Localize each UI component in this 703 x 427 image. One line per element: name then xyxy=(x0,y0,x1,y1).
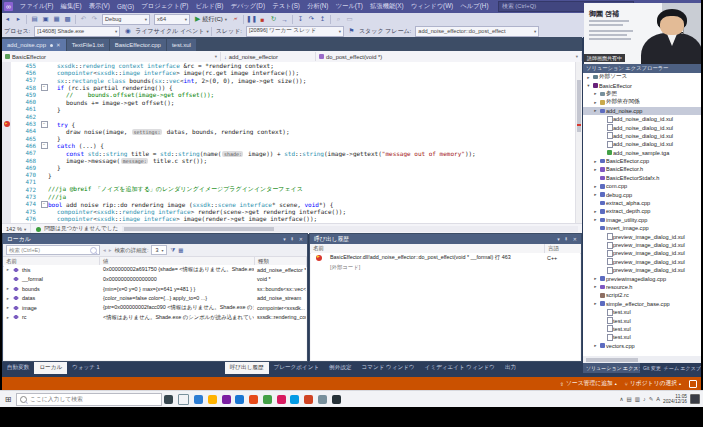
tree-item-simple_effector_base.cpp[interactable]: ▸simple_effector_base.cpp xyxy=(583,300,701,308)
breakpoint-margin[interactable] xyxy=(2,91,11,98)
locals-row-datas[interactable]: ▸datas{color_noise=false color={...} app… xyxy=(4,294,306,304)
callstack-row-0[interactable]: BasicEffector.dll!add_noise_effector::do… xyxy=(311,253,580,263)
expand-arrow-icon[interactable]: ▸ xyxy=(4,305,12,310)
code-line-468[interactable]: 468image->message(message: title.c_str()… xyxy=(2,157,582,164)
member-combo[interactable]: do_post_effect(void *) ▾ xyxy=(316,52,582,61)
edge-browser-icon[interactable] xyxy=(194,395,203,404)
undo-icon[interactable]: ↶ xyxy=(79,15,88,24)
code-line-463[interactable]: 463−try { xyxy=(2,120,582,127)
tree-item-preview_image_dialog_id.xul[interactable]: preview_image_dialog_id.xul xyxy=(583,241,701,249)
open-file-icon[interactable]: ▣ xyxy=(41,15,50,24)
panel-tab-コマンド ウィンドウ[interactable]: コマンド ウィンドウ xyxy=(357,362,420,374)
tree-item-test.xul[interactable]: test.xul xyxy=(583,325,701,333)
expand-arrow-icon[interactable]: ▸ xyxy=(4,286,12,291)
expand-arrow-icon[interactable]: ▸ xyxy=(4,267,12,272)
doc-tab-test.xul[interactable]: test.xul xyxy=(167,39,196,51)
add-to-source-control-button[interactable]: ⇧ ソース管理に追加 ▴ xyxy=(560,379,617,388)
tree-item-外部依存関係[interactable]: ▸外部依存関係 xyxy=(583,98,701,106)
comment-icon[interactable]: ▭ xyxy=(345,15,354,24)
powerpoint-icon[interactable] xyxy=(304,395,313,404)
code-line-474[interactable]: 474−bool add_noise_rip::do_rendering_ima… xyxy=(2,201,582,208)
continue-button[interactable]: ▶ 続行(C) ▾ xyxy=(192,14,230,24)
collapse-box-icon[interactable]: − xyxy=(41,84,48,91)
file-explorer-icon[interactable] xyxy=(208,395,217,404)
step-out-icon[interactable]: ↥ xyxy=(318,15,327,24)
solution-config-combo[interactable]: Debug▾ xyxy=(102,14,150,25)
collapsed-arrow-icon[interactable]: ▸ xyxy=(592,100,599,105)
collapsed-arrow-icon[interactable]: ▸ xyxy=(592,343,599,348)
tree-item-image_utility.cpp[interactable]: ▸image_utility.cpp xyxy=(583,216,701,224)
view-options-icon[interactable]: ▦ xyxy=(178,247,183,253)
stop-debug-icon[interactable]: ■ xyxy=(258,15,267,24)
break-all-icon[interactable]: ❚❚ xyxy=(247,15,256,24)
tree-item-vectors.cpp[interactable]: ▸vectors.cpp xyxy=(583,342,701,350)
pin-icon[interactable]: 🖈 xyxy=(564,236,569,242)
collapsed-arrow-icon[interactable]: ▸ xyxy=(592,91,599,96)
panel-tab-ウォッチ 1[interactable]: ウォッチ 1 xyxy=(67,362,105,374)
code-line-461[interactable]: 461} xyxy=(2,106,582,113)
breakpoint-margin[interactable] xyxy=(2,171,11,178)
filter-icon[interactable]: ⧩ xyxy=(170,247,175,254)
panel-tab-自動変数[interactable]: 自動変数 xyxy=(2,362,34,374)
code-line-466[interactable]: 466−catch (...) { xyxy=(2,142,582,149)
code-line-455[interactable]: 455sxsdk::rendering_context_interface &r… xyxy=(2,62,582,69)
code-line-473[interactable]: 473///ja xyxy=(2,193,582,200)
breakpoint-margin[interactable] xyxy=(2,106,11,113)
display-icon[interactable]: ▥ xyxy=(635,396,640,402)
breakpoint-margin[interactable] xyxy=(2,215,11,222)
lifecycle-events-icon[interactable]: ◉ xyxy=(123,27,132,36)
panel-tab-例外設定[interactable]: 例外設定 xyxy=(324,362,356,374)
collapse-box-icon[interactable]: − xyxy=(41,121,48,128)
collapsed-arrow-icon[interactable]: ▸ xyxy=(592,167,599,172)
tree-item-preview_image_dialog_id.xul[interactable]: preview_image_dialog_id.xul xyxy=(583,258,701,266)
media-app-icon[interactable] xyxy=(277,395,286,404)
tree-item-test.xul[interactable]: test.xul xyxy=(583,308,701,316)
code-line-462[interactable]: 462 xyxy=(2,113,582,120)
platform-combo[interactable]: x64▾ xyxy=(154,14,190,25)
skype-app-icon[interactable] xyxy=(290,395,299,404)
menu-item-ヘルプ(H)[interactable]: ヘルプ(H) xyxy=(457,0,492,13)
tree-item-extract_alpha.cpp[interactable]: extract_alpha.cpp xyxy=(583,199,701,207)
editor-hscroll-thumb[interactable] xyxy=(124,227,274,231)
bottom-tab-ソリューション エクスプ...[interactable]: ソリューション エクスプ... xyxy=(583,363,640,373)
start-button[interactable]: ⊞ xyxy=(0,395,16,404)
firefox-browser-icon[interactable] xyxy=(249,395,258,404)
tree-item-BasicEffectorStdafx.h[interactable]: BasicEffectorStdafx.h xyxy=(583,174,701,182)
code-line-469[interactable]: 469} xyxy=(2,164,582,171)
tree-item-add_noise_dialog_id.xul[interactable]: add_noise_dialog_id.xul xyxy=(583,115,701,123)
collapsed-arrow-icon[interactable]: ▸ xyxy=(592,301,599,306)
step-into-icon[interactable]: ↧ xyxy=(296,15,305,24)
select-repository-button[interactable]: ⑂ リポジトリの選択 ▴ xyxy=(625,379,681,388)
breakpoint-margin[interactable] xyxy=(2,120,11,127)
window-position-icon[interactable]: ▾ xyxy=(283,236,286,242)
process-combo[interactable]: [14608] Shade.exe▾ xyxy=(34,26,120,37)
tree-item-preview_image_dialog_id.xul[interactable]: preview_image_dialog_id.xul xyxy=(583,232,701,240)
tree-item-debug.cpp[interactable]: ▸debug.cpp xyxy=(583,190,701,198)
tree-item-extract_depth.cpp[interactable]: ▸extract_depth.cpp xyxy=(583,207,701,215)
column-language[interactable]: 言語 xyxy=(545,244,581,253)
tree-item-BasicEffector[interactable]: ▾BasicEffector xyxy=(583,81,701,89)
breakpoint-current-statement-icon[interactable] xyxy=(4,121,10,127)
bottom-tab-チーム エクスプ...[interactable]: チーム エクスプ... xyxy=(661,363,701,373)
breakpoint-margin[interactable] xyxy=(2,62,11,69)
collapse-box-icon[interactable]: − xyxy=(41,142,48,149)
tree-item-add_noise_dialog_id.xul[interactable]: add_noise_dialog_id.xul xyxy=(583,132,701,140)
search-next-icon[interactable]: ▸ xyxy=(109,247,112,253)
collapsed-arrow-icon[interactable]: ▸ xyxy=(592,209,599,214)
menu-item-分析(N)[interactable]: 分析(N) xyxy=(304,0,333,13)
close-icon[interactable]: ✕ xyxy=(573,236,577,242)
breakpoint-margin[interactable] xyxy=(2,164,11,171)
breakpoint-margin[interactable] xyxy=(2,193,11,200)
locals-row-this[interactable]: ▸this0x000000002a691750 {shade= <情報はありませ… xyxy=(4,265,306,275)
tree-item-外部ソース[interactable]: ▸外部ソース xyxy=(583,73,701,81)
search-prev-icon[interactable]: ◂ xyxy=(103,247,106,253)
code-line-475[interactable]: 475compointer<sxsdk::rendering_interface… xyxy=(2,208,582,215)
tree-item-com.cpp[interactable]: ▸com.cpp xyxy=(583,182,701,190)
redo-icon[interactable]: ↷ xyxy=(90,15,99,24)
breakpoint-margin[interactable] xyxy=(2,150,11,157)
breakpoint-margin[interactable] xyxy=(2,186,11,193)
code-line-476[interactable]: 476compointer<sxsdk::image_interface> im… xyxy=(2,215,582,222)
expand-arrow-icon[interactable]: ▸ xyxy=(4,315,12,320)
panel-tab-ローカル[interactable]: ローカル xyxy=(34,362,67,374)
breakpoint-margin[interactable] xyxy=(2,84,11,91)
